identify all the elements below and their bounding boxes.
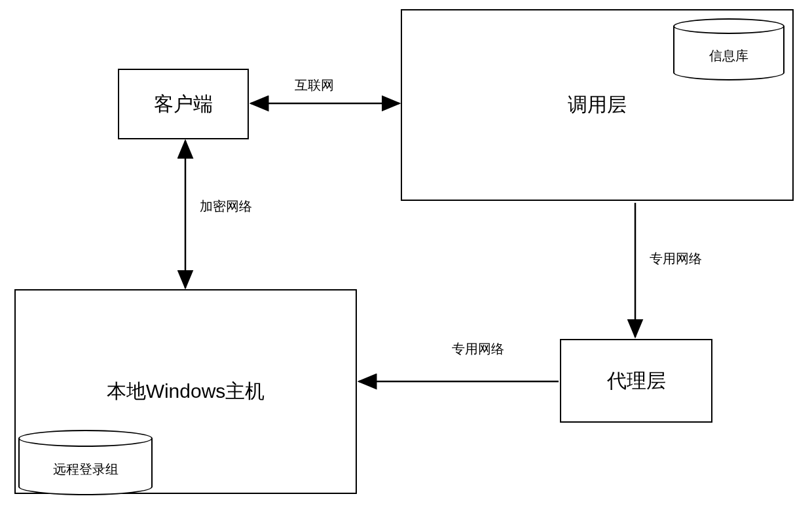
invoke-layer-label: 调用层 [568, 92, 627, 118]
remote-group-label: 远程登录组 [18, 461, 153, 478]
proxy-layer-box: 代理层 [560, 339, 712, 423]
local-host-label: 本地Windows主机 [107, 378, 265, 405]
remote-group-cylinder: 远程登录组 [18, 430, 153, 495]
edge-proxy-local-label: 专用网络 [451, 339, 506, 359]
client-label: 客户端 [154, 91, 213, 118]
edge-client-local-label: 加密网络 [198, 196, 253, 217]
edge-client-invoke-label: 互联网 [293, 75, 335, 96]
proxy-layer-label: 代理层 [607, 368, 666, 395]
info-db-label: 信息库 [673, 47, 784, 65]
info-db-cylinder: 信息库 [673, 18, 784, 80]
edge-invoke-proxy-label: 专用网络 [648, 249, 703, 269]
client-box: 客户端 [118, 69, 249, 139]
